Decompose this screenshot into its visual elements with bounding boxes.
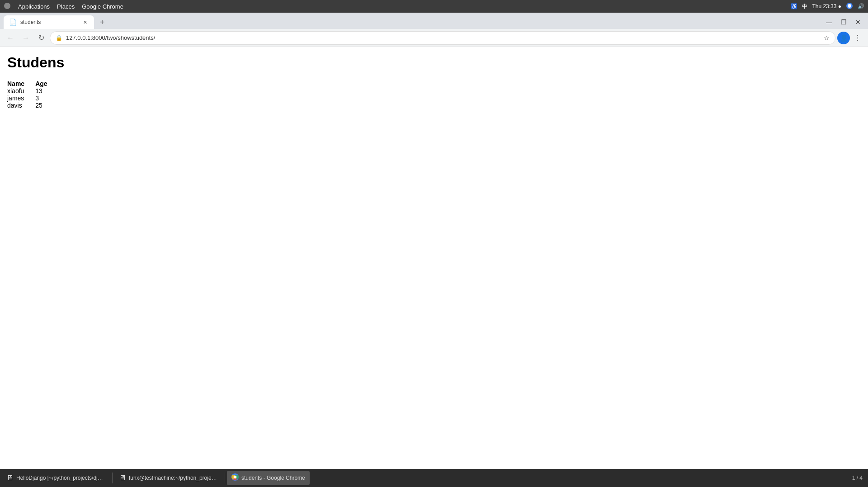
tab-close-button[interactable]: ✕ [81,19,89,26]
terminal-icon-1: 🖥 [6,474,14,482]
taskbar-separator-2 [225,473,225,483]
lock-icon: 🔒 [56,35,62,41]
chrome-toolbar: ← → ↻ 🔒 127.0.0.1:8000/two/showstudents/… [0,29,868,47]
os-app-icon [4,2,11,11]
column-header-name: Name [7,80,35,87]
new-tab-button[interactable]: + [96,16,108,28]
student-name: davis [7,102,35,109]
os-topbar-right: ♿ 中 Thu 23:33 ● 🔊 [791,2,864,11]
reload-button[interactable]: ↻ [34,31,48,45]
student-name: xiaofu [7,87,35,95]
chrome-indicator [846,2,853,11]
page-content: Studens Name Age xiaofu13james3davis25 [0,47,868,469]
taskbar-label-chrome: students - Google Chrome [241,475,305,481]
applications-menu[interactable]: Applications [18,3,50,10]
chrome-titlebar: 📄 students ✕ + — ❐ ✕ [0,13,868,29]
taskbar-item-terminal[interactable]: 🖥 fuhx@testmachine:~/python_project... [114,471,223,485]
student-age: 13 [35,87,58,95]
students-table: Name Age xiaofu13james3davis25 [7,80,58,109]
taskbar-page-info: 1 / 4 [852,475,866,481]
tab-area: 📄 students ✕ + [0,15,108,29]
page-heading: Studens [7,54,861,71]
table-row: james3 [7,95,58,102]
accessibility-icon: ♿ [791,3,797,9]
svg-point-2 [848,4,851,8]
more-options-button[interactable]: ⋮ [851,31,864,45]
address-url: 127.0.0.1:8000/two/showstudents/ [66,34,820,41]
ime-icon: 中 [802,3,807,10]
student-age: 25 [35,102,58,109]
clock: Thu 23:33 ● [812,3,841,9]
taskbar-separator-1 [112,473,113,483]
os-topbar: Applications Places Google Chrome ♿ 中 Th… [0,0,868,13]
svg-point-5 [234,476,236,478]
taskbar-item-chrome[interactable]: students - Google Chrome [227,471,310,485]
taskbar-item-hellodj[interactable]: 🖥 HelloDjango [~/python_projects/djan... [2,471,110,485]
terminal-icon-2: 🖥 [119,474,126,482]
tab-favicon: 📄 [9,19,17,26]
student-age: 3 [35,95,58,102]
volume-icon: 🔊 [858,3,864,9]
window-controls: — ❐ ✕ [823,15,868,29]
os-taskbar: 🖥 HelloDjango [~/python_projects/djan...… [0,469,868,487]
svg-point-0 [4,3,10,9]
table-row: davis25 [7,102,58,109]
minimize-button[interactable]: — [823,16,835,28]
forward-button[interactable]: → [19,31,33,45]
google-chrome-menu[interactable]: Google Chrome [82,3,123,10]
profile-icon: 👤 [840,34,848,42]
restore-button[interactable]: ❐ [837,16,850,28]
taskbar-label-hellodj: HelloDjango [~/python_projects/djan... [16,475,106,481]
chrome-taskbar-icon [231,473,239,482]
table-header-row: Name Age [7,80,58,87]
column-header-age: Age [35,80,58,87]
browser-tab-students[interactable]: 📄 students ✕ [4,15,94,29]
profile-button[interactable]: 👤 [837,32,850,44]
tab-title: students [20,19,78,25]
os-topbar-left: Applications Places Google Chrome [4,2,123,11]
places-menu[interactable]: Places [57,3,75,10]
toolbar-right: 👤 ⋮ [837,31,864,45]
table-row: xiaofu13 [7,87,58,95]
student-name: james [7,95,35,102]
chrome-window: 📄 students ✕ + — ❐ ✕ ← → ↻ 🔒 127.0.0.1:8… [0,13,868,469]
close-button[interactable]: ✕ [852,16,864,28]
bookmark-star-icon[interactable]: ☆ [824,34,830,42]
taskbar-label-terminal: fuhx@testmachine:~/python_project... [129,475,218,481]
address-bar[interactable]: 🔒 127.0.0.1:8000/two/showstudents/ ☆ [50,31,835,45]
back-button[interactable]: ← [4,31,17,45]
